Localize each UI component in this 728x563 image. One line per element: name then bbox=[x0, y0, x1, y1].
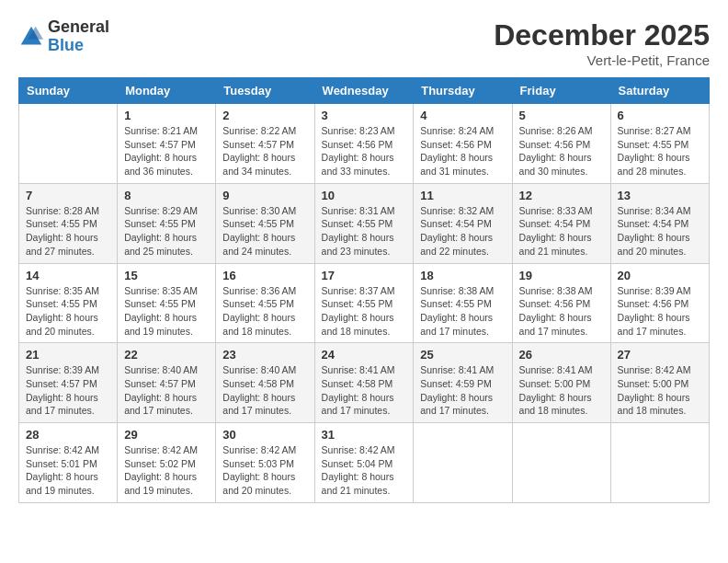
day-number: 5 bbox=[519, 109, 604, 122]
calendar-cell: 2Sunrise: 8:22 AM Sunset: 4:57 PM Daylig… bbox=[216, 104, 314, 184]
day-info: Sunrise: 8:42 AM Sunset: 5:00 PM Dayligh… bbox=[618, 363, 702, 418]
calendar-cell: 25Sunrise: 8:41 AM Sunset: 4:59 PM Dayli… bbox=[414, 343, 512, 423]
day-info: Sunrise: 8:42 AM Sunset: 5:03 PM Dayligh… bbox=[222, 443, 307, 498]
calendar-cell: 14Sunrise: 8:35 AM Sunset: 4:55 PM Dayli… bbox=[19, 263, 118, 343]
day-info: Sunrise: 8:41 AM Sunset: 4:59 PM Dayligh… bbox=[420, 363, 505, 418]
calendar-cell: 31Sunrise: 8:42 AM Sunset: 5:04 PM Dayli… bbox=[314, 423, 414, 503]
calendar-week-row: 1Sunrise: 8:21 AM Sunset: 4:57 PM Daylig… bbox=[19, 104, 710, 184]
day-number: 10 bbox=[322, 189, 407, 202]
day-number: 14 bbox=[26, 269, 110, 282]
column-header-saturday: Saturday bbox=[610, 78, 709, 104]
day-number: 9 bbox=[222, 189, 307, 202]
calendar-cell: 17Sunrise: 8:37 AM Sunset: 4:55 PM Dayli… bbox=[314, 263, 414, 343]
day-number: 26 bbox=[519, 348, 604, 362]
day-info: Sunrise: 8:31 AM Sunset: 4:55 PM Dayligh… bbox=[322, 204, 407, 259]
day-number: 20 bbox=[618, 269, 702, 282]
day-number: 7 bbox=[26, 189, 110, 202]
day-info: Sunrise: 8:40 AM Sunset: 4:58 PM Dayligh… bbox=[222, 363, 307, 418]
column-header-tuesday: Tuesday bbox=[216, 78, 314, 104]
day-info: Sunrise: 8:42 AM Sunset: 5:04 PM Dayligh… bbox=[322, 443, 407, 498]
day-info: Sunrise: 8:22 AM Sunset: 4:57 PM Dayligh… bbox=[222, 124, 307, 178]
day-info: Sunrise: 8:24 AM Sunset: 4:56 PM Dayligh… bbox=[420, 124, 505, 178]
calendar-week-row: 14Sunrise: 8:35 AM Sunset: 4:55 PM Dayli… bbox=[19, 263, 710, 343]
calendar-cell: 3Sunrise: 8:23 AM Sunset: 4:56 PM Daylig… bbox=[314, 104, 414, 184]
day-info: Sunrise: 8:35 AM Sunset: 4:55 PM Dayligh… bbox=[124, 284, 209, 339]
day-info: Sunrise: 8:37 AM Sunset: 4:55 PM Dayligh… bbox=[322, 284, 407, 339]
calendar-week-row: 21Sunrise: 8:39 AM Sunset: 4:57 PM Dayli… bbox=[19, 343, 710, 423]
day-number: 23 bbox=[222, 348, 307, 362]
day-number: 27 bbox=[618, 348, 702, 362]
calendar-cell: 30Sunrise: 8:42 AM Sunset: 5:03 PM Dayli… bbox=[216, 423, 314, 503]
day-number: 11 bbox=[420, 189, 505, 202]
calendar-cell: 24Sunrise: 8:41 AM Sunset: 4:58 PM Dayli… bbox=[314, 343, 414, 423]
calendar-table: SundayMondayTuesdayWednesdayThursdayFrid… bbox=[18, 77, 710, 503]
day-info: Sunrise: 8:36 AM Sunset: 4:55 PM Dayligh… bbox=[222, 284, 307, 339]
day-number: 8 bbox=[124, 189, 209, 202]
day-info: Sunrise: 8:40 AM Sunset: 4:57 PM Dayligh… bbox=[124, 363, 209, 418]
day-number: 2 bbox=[222, 109, 307, 122]
calendar-week-row: 7Sunrise: 8:28 AM Sunset: 4:55 PM Daylig… bbox=[19, 183, 710, 263]
day-number: 25 bbox=[420, 348, 505, 362]
day-number: 4 bbox=[420, 109, 505, 122]
calendar-cell: 16Sunrise: 8:36 AM Sunset: 4:55 PM Dayli… bbox=[216, 263, 314, 343]
day-number: 12 bbox=[519, 189, 604, 202]
day-number: 28 bbox=[26, 428, 110, 442]
calendar-cell: 19Sunrise: 8:38 AM Sunset: 4:56 PM Dayli… bbox=[512, 263, 610, 343]
day-info: Sunrise: 8:42 AM Sunset: 5:01 PM Dayligh… bbox=[26, 443, 110, 498]
column-header-thursday: Thursday bbox=[414, 78, 512, 104]
calendar-cell: 6Sunrise: 8:27 AM Sunset: 4:55 PM Daylig… bbox=[610, 104, 709, 184]
day-info: Sunrise: 8:41 AM Sunset: 4:58 PM Dayligh… bbox=[322, 363, 407, 418]
day-number: 17 bbox=[322, 269, 407, 282]
calendar-cell: 5Sunrise: 8:26 AM Sunset: 4:56 PM Daylig… bbox=[512, 104, 610, 184]
column-header-wednesday: Wednesday bbox=[314, 78, 414, 104]
calendar-cell: 8Sunrise: 8:29 AM Sunset: 4:55 PM Daylig… bbox=[118, 183, 216, 263]
logo-blue: Blue bbox=[48, 37, 109, 55]
calendar-cell: 21Sunrise: 8:39 AM Sunset: 4:57 PM Dayli… bbox=[19, 343, 118, 423]
calendar-cell: 20Sunrise: 8:39 AM Sunset: 4:56 PM Dayli… bbox=[610, 263, 709, 343]
day-info: Sunrise: 8:21 AM Sunset: 4:57 PM Dayligh… bbox=[124, 124, 209, 178]
day-info: Sunrise: 8:32 AM Sunset: 4:54 PM Dayligh… bbox=[420, 204, 505, 259]
calendar-cell: 11Sunrise: 8:32 AM Sunset: 4:54 PM Dayli… bbox=[414, 183, 512, 263]
logo-icon bbox=[18, 24, 44, 50]
day-info: Sunrise: 8:34 AM Sunset: 4:54 PM Dayligh… bbox=[618, 204, 702, 259]
day-number: 13 bbox=[618, 189, 702, 202]
day-info: Sunrise: 8:29 AM Sunset: 4:55 PM Dayligh… bbox=[124, 204, 209, 259]
calendar-cell: 18Sunrise: 8:38 AM Sunset: 4:55 PM Dayli… bbox=[414, 263, 512, 343]
page-header: General Blue December 2025 Vert-le-Petit… bbox=[18, 18, 710, 68]
calendar-cell: 27Sunrise: 8:42 AM Sunset: 5:00 PM Dayli… bbox=[610, 343, 709, 423]
column-header-friday: Friday bbox=[512, 78, 610, 104]
day-info: Sunrise: 8:39 AM Sunset: 4:56 PM Dayligh… bbox=[618, 284, 702, 339]
day-info: Sunrise: 8:39 AM Sunset: 4:57 PM Dayligh… bbox=[26, 363, 110, 418]
calendar-cell: 22Sunrise: 8:40 AM Sunset: 4:57 PM Dayli… bbox=[118, 343, 216, 423]
day-info: Sunrise: 8:26 AM Sunset: 4:56 PM Dayligh… bbox=[519, 124, 604, 178]
calendar-cell: 4Sunrise: 8:24 AM Sunset: 4:56 PM Daylig… bbox=[414, 104, 512, 184]
day-number: 15 bbox=[124, 269, 209, 282]
day-number: 3 bbox=[322, 109, 407, 122]
day-info: Sunrise: 8:38 AM Sunset: 4:56 PM Dayligh… bbox=[519, 284, 604, 339]
calendar-cell: 10Sunrise: 8:31 AM Sunset: 4:55 PM Dayli… bbox=[314, 183, 414, 263]
calendar-cell bbox=[512, 423, 610, 503]
day-info: Sunrise: 8:23 AM Sunset: 4:56 PM Dayligh… bbox=[322, 124, 407, 178]
day-number: 1 bbox=[124, 109, 209, 122]
calendar-cell: 13Sunrise: 8:34 AM Sunset: 4:54 PM Dayli… bbox=[610, 183, 709, 263]
day-number: 22 bbox=[124, 348, 209, 362]
calendar-cell: 28Sunrise: 8:42 AM Sunset: 5:01 PM Dayli… bbox=[19, 423, 118, 503]
day-info: Sunrise: 8:28 AM Sunset: 4:55 PM Dayligh… bbox=[26, 204, 110, 259]
month-title: December 2025 bbox=[494, 18, 710, 52]
calendar-week-row: 28Sunrise: 8:42 AM Sunset: 5:01 PM Dayli… bbox=[19, 423, 710, 503]
location-subtitle: Vert-le-Petit, France bbox=[494, 52, 710, 68]
calendar-cell: 29Sunrise: 8:42 AM Sunset: 5:02 PM Dayli… bbox=[118, 423, 216, 503]
title-area: December 2025 Vert-le-Petit, France bbox=[494, 18, 710, 68]
column-header-monday: Monday bbox=[118, 78, 216, 104]
day-number: 24 bbox=[322, 348, 407, 362]
calendar-cell: 23Sunrise: 8:40 AM Sunset: 4:58 PM Dayli… bbox=[216, 343, 314, 423]
day-number: 30 bbox=[222, 428, 307, 442]
day-info: Sunrise: 8:41 AM Sunset: 5:00 PM Dayligh… bbox=[519, 363, 604, 418]
column-header-sunday: Sunday bbox=[19, 78, 118, 104]
day-info: Sunrise: 8:27 AM Sunset: 4:55 PM Dayligh… bbox=[618, 124, 702, 178]
day-number: 18 bbox=[420, 269, 505, 282]
calendar-cell bbox=[19, 104, 118, 184]
day-number: 19 bbox=[519, 269, 604, 282]
calendar-header-row: SundayMondayTuesdayWednesdayThursdayFrid… bbox=[19, 78, 710, 104]
day-number: 16 bbox=[222, 269, 307, 282]
